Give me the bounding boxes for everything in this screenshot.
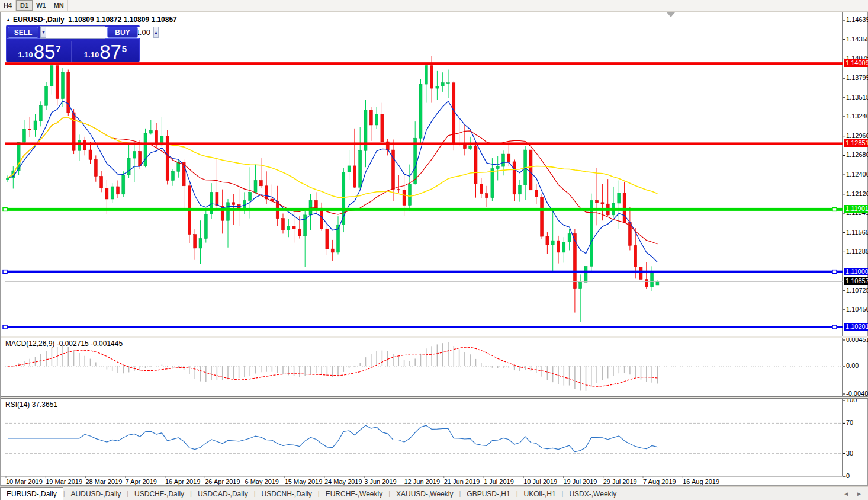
chart-symbol-label: EURUSD-,Daily [13, 15, 65, 24]
tab-usdcad-daily[interactable]: USDCAD-,Daily [192, 488, 254, 500]
axis-tick-label: 1.12680 [846, 151, 868, 158]
date-tick-label: 19 Mar 2019 [46, 478, 82, 485]
tab-eurusd-daily[interactable]: EURUSD-,Daily [0, 487, 63, 500]
axis-tick-label: 0 [846, 472, 850, 479]
date-tick-label: 19 Jul 2019 [564, 478, 597, 485]
axis-tick-label: 1.13515 [846, 94, 868, 101]
volume-decrease-button[interactable]: ▼ [41, 27, 46, 38]
timeframe-button-D1[interactable]: D1 [16, 0, 33, 11]
chart-title: ▲EURUSD-,Daily 1.10809 1.10872 1.10809 1… [6, 15, 177, 24]
volume-spinner: ▼ ▲ [40, 26, 105, 39]
tab-usdchf-daily[interactable]: USDCHF-,Daily [128, 488, 190, 500]
axis-tick-label: 0.00 [846, 362, 859, 369]
timeframe-button-MN[interactable]: MN [50, 0, 68, 11]
price-level-badge: 1.11000 [844, 268, 868, 275]
date-tick-label: 7 Aug 2019 [643, 478, 676, 485]
date-tick-label: 7 Apr 2019 [126, 478, 157, 485]
date-tick-label: 12 Jun 2019 [404, 478, 441, 485]
date-tick-label: 16 Apr 2019 [165, 478, 200, 485]
tab-scroll-right-icon[interactable]: ► [856, 491, 862, 497]
rsi-label: RSI(14) 37.3651 [5, 400, 57, 409]
axis-tick-label: 1.13240 [846, 113, 868, 120]
axis-tick-label: 1.12400 [846, 171, 868, 178]
date-tick-label: 6 May 2019 [245, 478, 279, 485]
collapse-triangle-icon[interactable]: ▲ [6, 17, 11, 23]
axis-tick-label: 1.12120 [846, 190, 868, 197]
chart-ohlc-label: 1.10809 1.10872 1.10809 1.10857 [68, 15, 177, 24]
date-tick-label: 10 Mar 2019 [6, 478, 43, 485]
volume-increase-button[interactable]: ▲ [153, 27, 159, 38]
tab-gbpusd-h1[interactable]: GBPUSD-,H1 [461, 488, 516, 500]
date-tick-label: 3 Jun 2019 [364, 478, 396, 485]
date-tick-label: 15 May 2019 [285, 478, 323, 485]
timeframe-button-W1[interactable]: W1 [33, 0, 50, 11]
pane-splitter[interactable] [1, 396, 868, 399]
symbol-tab-bar: EURUSD-,Daily|AUDUSD-,Daily|USDCHF-,Dail… [0, 487, 868, 500]
buy-price-display[interactable]: 1.10 87 5 [73, 41, 138, 62]
sell-price-big: 85 [34, 43, 56, 61]
axis-tick-label: 70 [846, 419, 853, 426]
sell-price-display[interactable]: 1.10 85 7 [8, 41, 72, 62]
macd-label: MACD(12,26,9) -0.002715 -0.001445 [5, 339, 123, 348]
price-level-badge: 1.10201 [844, 323, 868, 331]
axis-tick-label: 1.10450 [846, 306, 868, 313]
sell-price-prefix: 1.10 [18, 50, 33, 59]
axis-tick-label: 1.13795 [846, 74, 868, 81]
axis-tick-label: 1.14635 [846, 16, 868, 23]
date-tick-label: 29 Jul 2019 [603, 478, 637, 485]
pane-splitter[interactable] [1, 336, 868, 338]
axis-tick-label: 1.14355 [846, 36, 868, 43]
sell-button[interactable]: SELL [8, 27, 38, 38]
buy-button[interactable]: BUY [107, 27, 138, 38]
tab-eurchf-weekly[interactable]: EURCHF-,Weekly [320, 488, 388, 500]
date-tick-label: 1 Jul 2019 [484, 478, 514, 485]
axis-tick-label: 1.11285 [846, 248, 868, 255]
axis-tick-label: 1.12960 [846, 132, 868, 139]
date-tick-label: 21 Jun 2019 [444, 478, 480, 485]
main-chart-canvas[interactable] [1, 12, 868, 486]
axis-tick-label: 1.10725 [846, 287, 868, 294]
buy-price-prefix: 1.10 [84, 50, 99, 59]
sell-price-sup: 7 [56, 44, 60, 54]
date-tick-label: 28 Mar 2019 [86, 478, 123, 485]
chart-window[interactable]: ▲EURUSD-,Daily 1.10809 1.10872 1.10809 1… [0, 12, 868, 486]
price-level-badge: 1.10857 [844, 277, 868, 285]
tab-xauusd-weekly[interactable]: XAUUSD-,Weekly [390, 488, 459, 500]
buy-price-sup: 5 [122, 44, 127, 54]
axis-tick-label: 1.11565 [846, 229, 868, 236]
one-click-trading-panel: SELL ▼ ▲ BUY 1.10 85 7 1.10 87 5 [6, 25, 140, 62]
price-level-badge: 1.14009 [844, 59, 868, 67]
buy-price-big: 87 [99, 43, 121, 61]
price-level-badge: 1.11901 [844, 205, 868, 213]
tab-audusd-daily[interactable]: AUDUSD-,Daily [65, 488, 127, 500]
tab-usdx-weekly[interactable]: USDX-,Weekly [563, 488, 622, 500]
chart-shift-marker-icon [667, 12, 675, 17]
date-tick-label: 26 Apr 2019 [205, 478, 240, 485]
axis-tick-label: 30 [846, 450, 853, 457]
price-level-badge: 1.12851 [844, 139, 868, 147]
tab-scroll-left-icon[interactable]: ◄ [843, 491, 849, 497]
tab-usdcnh-daily[interactable]: USDCNH-,Daily [256, 488, 318, 500]
date-tick-label: 16 Aug 2019 [683, 478, 719, 485]
date-tick-label: 10 Jul 2019 [523, 478, 557, 485]
tab-ukoil-h1[interactable]: UKOil-,H1 [518, 488, 562, 500]
date-tick-label: 24 May 2019 [324, 478, 362, 485]
timeframe-button-H4[interactable]: H4 [0, 0, 16, 11]
timeframe-toolbar: H4D1W1MN [0, 0, 868, 11]
